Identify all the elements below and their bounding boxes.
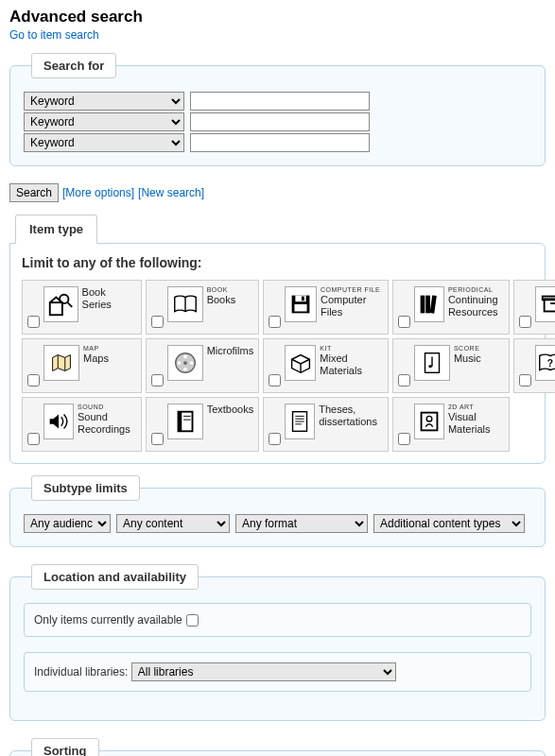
floppy-icon xyxy=(285,286,317,322)
svg-rect-10 xyxy=(430,295,437,313)
svg-point-19 xyxy=(189,361,193,365)
item-type-panel: Limit to any of the following: Book Seri… xyxy=(9,243,546,464)
periodical-icon xyxy=(414,286,444,322)
item-type-label: Maps xyxy=(83,352,109,365)
tab-item-type[interactable]: Item type xyxy=(15,215,97,244)
page-title: Advanced search xyxy=(9,8,546,26)
item-type-checkbox[interactable] xyxy=(27,316,40,328)
item-type-checkbox[interactable] xyxy=(151,433,164,445)
item-type-checkbox[interactable] xyxy=(27,433,40,445)
svg-rect-11 xyxy=(544,299,555,311)
additional-content-select[interactable]: Additional content types xyxy=(373,514,525,533)
item-type-caption: MAP xyxy=(83,345,109,352)
item-type-manuscripts[interactable]: ARCHIVEManuscripts xyxy=(513,280,555,335)
item-type-checkbox[interactable] xyxy=(398,316,410,328)
item-type-checkbox[interactable] xyxy=(519,316,531,328)
book-search-icon xyxy=(43,286,78,322)
archive-box-icon xyxy=(535,286,555,322)
item-type-checkbox[interactable] xyxy=(398,374,410,387)
item-type-label: Visual Materials xyxy=(448,411,504,436)
item-type-sound-recordings[interactable]: SOUNDSound Recordings xyxy=(22,397,142,452)
search-input-3[interactable] xyxy=(190,133,370,152)
svg-rect-9 xyxy=(425,296,430,314)
item-type-checkbox[interactable] xyxy=(151,374,164,387)
only-available-checkbox[interactable] xyxy=(186,614,199,627)
item-type-caption: BOOK xyxy=(207,286,236,293)
search-input-1[interactable] xyxy=(190,92,370,111)
limit-title: Limit to any of the following: xyxy=(22,255,533,270)
item-type-continuing-resources[interactable]: PERIODICALContinuing Resources xyxy=(392,280,510,335)
item-type-computer-files[interactable]: COMPUTER FILEComputer Files xyxy=(263,280,389,335)
only-available-label[interactable]: Only items currently available xyxy=(34,613,199,627)
item-type-label: Textbooks xyxy=(207,404,254,416)
svg-rect-5 xyxy=(295,296,305,302)
item-type-checkbox[interactable] xyxy=(519,374,531,387)
audience-select[interactable]: Any audience xyxy=(24,514,111,533)
svg-rect-27 xyxy=(178,412,182,432)
item-type-label: Sound Recordings xyxy=(78,411,136,436)
svg-point-18 xyxy=(183,355,187,359)
item-type-book-series[interactable]: Book Series xyxy=(22,280,142,335)
kit-box-icon xyxy=(285,345,316,381)
search-row-2: Keyword xyxy=(24,112,531,131)
search-field-select-3[interactable]: Keyword xyxy=(24,133,184,152)
content-select[interactable]: Any content xyxy=(116,514,230,533)
book-open-icon xyxy=(167,286,203,322)
item-type-caption: SCORE xyxy=(454,345,481,352)
item-type-reference-books[interactable]: ?REFERENCEReference Books xyxy=(513,338,555,393)
search-field-select-1[interactable]: Keyword xyxy=(24,92,184,111)
search-button[interactable]: Search xyxy=(9,183,59,202)
item-type-label: Computer Files xyxy=(321,294,383,318)
score-icon xyxy=(414,345,450,381)
svg-text:?: ? xyxy=(546,358,552,369)
more-options-link[interactable]: [More options] xyxy=(62,186,134,199)
item-type-caption: 2D ART xyxy=(448,404,504,410)
svg-point-17 xyxy=(183,361,187,365)
search-field-select-2[interactable]: Keyword xyxy=(24,112,184,131)
item-type-caption: SOUND xyxy=(78,404,136,410)
individual-libraries-label: Individual libraries: xyxy=(34,665,128,679)
new-search-link[interactable]: [New search] xyxy=(138,186,204,199)
item-type-caption: COMPUTER FILE xyxy=(321,286,383,293)
action-bar: Search [More options] [New search] xyxy=(9,183,546,202)
svg-rect-8 xyxy=(421,296,425,314)
svg-rect-0 xyxy=(50,302,62,315)
item-type-tabs: Item type Limit to any of the following:… xyxy=(9,214,546,464)
format-select[interactable]: Any format xyxy=(235,514,368,533)
item-type-checkbox[interactable] xyxy=(27,374,40,387)
libraries-select[interactable]: All libraries xyxy=(131,662,396,681)
item-type-checkbox[interactable] xyxy=(269,374,281,387)
item-type-label: Music xyxy=(454,352,481,365)
thesis-icon xyxy=(285,404,315,439)
item-type-checkbox[interactable] xyxy=(269,316,281,328)
item-type-microfilms[interactable]: Microfilms xyxy=(146,338,260,393)
availability-row: Only items currently available xyxy=(24,603,531,637)
item-type-caption: KIT xyxy=(320,345,383,352)
item-type-label: Books xyxy=(207,294,236,306)
item-type-checkbox[interactable] xyxy=(151,316,164,328)
item-type-label: Book Series xyxy=(82,286,136,311)
item-type-maps[interactable]: MAPMaps xyxy=(22,338,142,393)
item-type-label: Continuing Resources xyxy=(448,294,504,318)
item-type-visual-materials[interactable]: 2D ARTVisual Materials xyxy=(392,397,510,452)
location-legend: Location and availability xyxy=(31,564,199,590)
item-type-checkbox[interactable] xyxy=(398,433,410,445)
item-type-caption: PERIODICAL xyxy=(448,286,504,293)
map-icon xyxy=(43,345,79,381)
svg-rect-6 xyxy=(302,297,304,301)
svg-point-1 xyxy=(60,295,68,303)
item-type-textbooks[interactable]: Textbooks xyxy=(146,397,260,452)
item-type-label: Theses, dissertations xyxy=(319,404,383,428)
search-for-legend: Search for xyxy=(31,53,116,78)
libraries-row: Individual libraries: All libraries xyxy=(24,652,531,692)
item-type-checkbox[interactable] xyxy=(269,433,281,445)
svg-point-21 xyxy=(177,361,181,365)
search-input-2[interactable] xyxy=(190,112,370,131)
item-type-label: Mixed Materials xyxy=(320,352,383,377)
item-type-mixed-materials[interactable]: KITMixed Materials xyxy=(263,338,389,393)
item-type-books[interactable]: BOOKBooks xyxy=(146,280,260,335)
item-type-theses-dissertations[interactable]: Theses, dissertations xyxy=(263,397,389,452)
go-to-item-search-link[interactable]: Go to item search xyxy=(9,28,99,42)
item-type-music[interactable]: SCOREMusic xyxy=(392,338,510,393)
svg-rect-7 xyxy=(295,304,307,312)
